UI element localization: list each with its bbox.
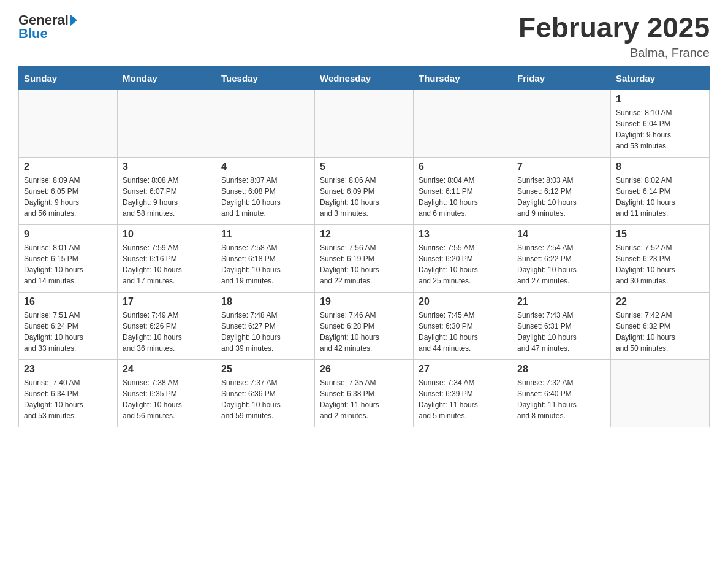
day-number: 4 [221, 161, 309, 172]
calendar-cell: 9Sunrise: 8:01 AMSunset: 6:15 PMDaylight… [19, 224, 118, 292]
day-number: 12 [320, 229, 408, 240]
day-info: Sunrise: 8:10 AMSunset: 6:04 PMDaylight:… [616, 107, 704, 151]
calendar-cell [611, 359, 710, 427]
calendar-cell: 4Sunrise: 8:07 AMSunset: 6:08 PMDaylight… [216, 157, 315, 224]
calendar-cell: 26Sunrise: 7:35 AMSunset: 6:38 PMDayligh… [315, 359, 414, 427]
calendar-cell [118, 90, 216, 157]
day-info: Sunrise: 8:03 AMSunset: 6:12 PMDaylight:… [517, 175, 605, 219]
calendar-cell: 24Sunrise: 7:38 AMSunset: 6:35 PMDayligh… [118, 359, 216, 427]
logo: General Blue [18, 12, 77, 42]
calendar-cell: 14Sunrise: 7:54 AMSunset: 6:22 PMDayligh… [512, 224, 611, 292]
day-info: Sunrise: 7:49 AMSunset: 6:26 PMDaylight:… [123, 310, 211, 354]
day-number: 21 [517, 296, 605, 307]
calendar-cell: 7Sunrise: 8:03 AMSunset: 6:12 PMDaylight… [512, 157, 611, 224]
day-info: Sunrise: 7:54 AMSunset: 6:22 PMDaylight:… [517, 242, 605, 286]
calendar-cell [414, 90, 512, 157]
day-info: Sunrise: 8:07 AMSunset: 6:08 PMDaylight:… [221, 175, 309, 219]
day-number: 24 [123, 364, 211, 375]
day-number: 2 [24, 161, 112, 172]
day-info: Sunrise: 7:43 AMSunset: 6:31 PMDaylight:… [517, 310, 605, 354]
weekday-header-row: SundayMondayTuesdayWednesdayThursdayFrid… [19, 66, 710, 90]
day-number: 8 [616, 161, 704, 172]
calendar-cell: 25Sunrise: 7:37 AMSunset: 6:36 PMDayligh… [216, 359, 315, 427]
week-row-4: 16Sunrise: 7:51 AMSunset: 6:24 PMDayligh… [19, 292, 710, 359]
calendar-cell [315, 90, 414, 157]
logo-blue-text: Blue [18, 26, 48, 42]
day-info: Sunrise: 7:56 AMSunset: 6:19 PMDaylight:… [320, 242, 408, 286]
calendar-cell: 5Sunrise: 8:06 AMSunset: 6:09 PMDaylight… [315, 157, 414, 224]
day-number: 23 [24, 364, 112, 375]
day-info: Sunrise: 7:45 AMSunset: 6:30 PMDaylight:… [419, 310, 507, 354]
day-info: Sunrise: 8:02 AMSunset: 6:14 PMDaylight:… [616, 175, 704, 219]
day-info: Sunrise: 8:06 AMSunset: 6:09 PMDaylight:… [320, 175, 408, 219]
day-number: 13 [419, 229, 507, 240]
calendar-cell: 18Sunrise: 7:48 AMSunset: 6:27 PMDayligh… [216, 292, 315, 359]
weekday-header-wednesday: Wednesday [315, 66, 414, 90]
week-row-3: 9Sunrise: 8:01 AMSunset: 6:15 PMDaylight… [19, 224, 710, 292]
calendar-cell: 27Sunrise: 7:34 AMSunset: 6:39 PMDayligh… [414, 359, 512, 427]
day-info: Sunrise: 7:52 AMSunset: 6:23 PMDaylight:… [616, 242, 704, 286]
calendar-cell: 3Sunrise: 8:08 AMSunset: 6:07 PMDaylight… [118, 157, 216, 224]
day-info: Sunrise: 7:46 AMSunset: 6:28 PMDaylight:… [320, 310, 408, 354]
calendar-cell [512, 90, 611, 157]
week-row-2: 2Sunrise: 8:09 AMSunset: 6:05 PMDaylight… [19, 157, 710, 224]
day-number: 28 [517, 364, 605, 375]
day-number: 18 [221, 296, 309, 307]
day-number: 17 [123, 296, 211, 307]
day-number: 5 [320, 161, 408, 172]
day-number: 25 [221, 364, 309, 375]
day-info: Sunrise: 7:34 AMSunset: 6:39 PMDaylight:… [419, 377, 507, 421]
calendar-cell: 23Sunrise: 7:40 AMSunset: 6:34 PMDayligh… [19, 359, 118, 427]
day-info: Sunrise: 7:51 AMSunset: 6:24 PMDaylight:… [24, 310, 112, 354]
day-info: Sunrise: 7:58 AMSunset: 6:18 PMDaylight:… [221, 242, 309, 286]
day-info: Sunrise: 7:55 AMSunset: 6:20 PMDaylight:… [419, 242, 507, 286]
calendar-title: February 2025 [518, 12, 710, 44]
day-number: 14 [517, 229, 605, 240]
day-number: 15 [616, 229, 704, 240]
day-number: 6 [419, 161, 507, 172]
weekday-header-friday: Friday [512, 66, 611, 90]
day-info: Sunrise: 8:04 AMSunset: 6:11 PMDaylight:… [419, 175, 507, 219]
week-row-1: 1Sunrise: 8:10 AMSunset: 6:04 PMDaylight… [19, 90, 710, 157]
weekday-header-monday: Monday [118, 66, 216, 90]
day-info: Sunrise: 8:09 AMSunset: 6:05 PMDaylight:… [24, 175, 112, 219]
day-info: Sunrise: 7:35 AMSunset: 6:38 PMDaylight:… [320, 377, 408, 421]
day-info: Sunrise: 7:42 AMSunset: 6:32 PMDaylight:… [616, 310, 704, 354]
day-number: 22 [616, 296, 704, 307]
day-number: 7 [517, 161, 605, 172]
day-info: Sunrise: 7:48 AMSunset: 6:27 PMDaylight:… [221, 310, 309, 354]
calendar-cell: 10Sunrise: 7:59 AMSunset: 6:16 PMDayligh… [118, 224, 216, 292]
calendar-cell [19, 90, 118, 157]
day-number: 10 [123, 229, 211, 240]
day-info: Sunrise: 8:08 AMSunset: 6:07 PMDaylight:… [123, 175, 211, 219]
calendar-cell: 1Sunrise: 8:10 AMSunset: 6:04 PMDaylight… [611, 90, 710, 157]
week-row-5: 23Sunrise: 7:40 AMSunset: 6:34 PMDayligh… [19, 359, 710, 427]
day-number: 9 [24, 229, 112, 240]
weekday-header-tuesday: Tuesday [216, 66, 315, 90]
calendar-cell: 13Sunrise: 7:55 AMSunset: 6:20 PMDayligh… [414, 224, 512, 292]
day-number: 27 [419, 364, 507, 375]
day-number: 19 [320, 296, 408, 307]
calendar-cell: 2Sunrise: 8:09 AMSunset: 6:05 PMDaylight… [19, 157, 118, 224]
calendar-cell: 11Sunrise: 7:58 AMSunset: 6:18 PMDayligh… [216, 224, 315, 292]
calendar-cell: 15Sunrise: 7:52 AMSunset: 6:23 PMDayligh… [611, 224, 710, 292]
day-number: 26 [320, 364, 408, 375]
calendar-table: SundayMondayTuesdayWednesdayThursdayFrid… [18, 66, 710, 427]
day-number: 1 [616, 94, 704, 105]
day-info: Sunrise: 7:38 AMSunset: 6:35 PMDaylight:… [123, 377, 211, 421]
page-header: General Blue February 2025 Balma, France [18, 12, 710, 60]
weekday-header-saturday: Saturday [611, 66, 710, 90]
calendar-cell: 6Sunrise: 8:04 AMSunset: 6:11 PMDaylight… [414, 157, 512, 224]
calendar-cell: 20Sunrise: 7:45 AMSunset: 6:30 PMDayligh… [414, 292, 512, 359]
day-info: Sunrise: 7:40 AMSunset: 6:34 PMDaylight:… [24, 377, 112, 421]
calendar-cell: 16Sunrise: 7:51 AMSunset: 6:24 PMDayligh… [19, 292, 118, 359]
calendar-cell: 12Sunrise: 7:56 AMSunset: 6:19 PMDayligh… [315, 224, 414, 292]
weekday-header-sunday: Sunday [19, 66, 118, 90]
calendar-cell: 19Sunrise: 7:46 AMSunset: 6:28 PMDayligh… [315, 292, 414, 359]
day-number: 16 [24, 296, 112, 307]
day-info: Sunrise: 7:32 AMSunset: 6:40 PMDaylight:… [517, 377, 605, 421]
calendar-cell: 21Sunrise: 7:43 AMSunset: 6:31 PMDayligh… [512, 292, 611, 359]
day-number: 20 [419, 296, 507, 307]
logo-arrow-icon [70, 14, 77, 26]
calendar-cell: 8Sunrise: 8:02 AMSunset: 6:14 PMDaylight… [611, 157, 710, 224]
